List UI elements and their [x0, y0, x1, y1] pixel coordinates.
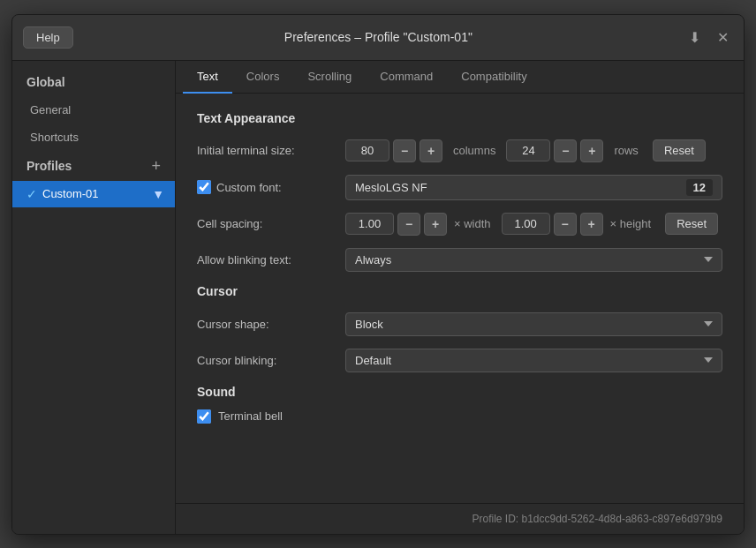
window-title: Preferences – Profile "Custom-01" [73, 30, 684, 44]
columns-decrement-button[interactable]: − [393, 139, 416, 162]
titlebar-actions: ⬇ ✕ [684, 26, 733, 48]
close-button[interactable]: ✕ [712, 26, 733, 48]
columns-unit: columns [453, 144, 495, 157]
profile-dropdown-button[interactable]: ▼ [152, 187, 164, 201]
font-size-badge: 12 [686, 179, 713, 196]
cursor-shape-select[interactable]: Block Underline I-Beam [345, 312, 722, 336]
cell-spacing-reset-button[interactable]: Reset [665, 213, 718, 235]
profile-item-left: ✓ Custom-01 [26, 187, 99, 201]
cursor-shape-row: Cursor shape: Block Underline I-Beam [197, 312, 722, 336]
sound-section-title: Sound [197, 385, 722, 399]
help-button[interactable]: Help [23, 26, 73, 49]
download-button[interactable]: ⬇ [684, 26, 705, 48]
columns-group: − + [345, 139, 442, 162]
blink-text-label: Allow blinking text: [197, 253, 338, 266]
profile-check-icon: ✓ [26, 187, 37, 201]
cell-width-increment-button[interactable]: + [424, 213, 447, 236]
terminal-size-reset-button[interactable]: Reset [653, 139, 706, 161]
terminal-bell-label: Terminal bell [218, 409, 283, 423]
cell-height-decrement-button[interactable]: − [554, 213, 577, 236]
tab-text[interactable]: Text [183, 61, 232, 94]
cell-width-unit: × width [454, 217, 491, 230]
custom-font-label[interactable]: Custom font: [197, 180, 338, 194]
tab-command[interactable]: Command [366, 61, 447, 94]
blink-text-row: Allow blinking text: Always Never Termin… [197, 248, 722, 272]
terminal-bell-row: Terminal bell [197, 409, 722, 424]
tab-colors[interactable]: Colors [232, 61, 294, 94]
tab-compatibility[interactable]: Compatibility [447, 61, 541, 94]
cell-width-group: − + × width [345, 213, 495, 236]
sidebar: Global General Shortcuts Profiles + ✓ Cu… [12, 61, 176, 534]
rows-input[interactable] [506, 139, 550, 161]
sidebar-general[interactable]: General [12, 96, 175, 124]
cursor-blink-select[interactable]: Default Always On Always Off [345, 349, 722, 372]
rows-decrement-button[interactable]: − [554, 139, 577, 162]
cursor-section-title: Cursor [197, 284, 722, 298]
add-profile-button[interactable]: + [151, 158, 161, 174]
tab-scrolling[interactable]: Scrolling [293, 61, 366, 94]
cell-height-input[interactable] [502, 213, 550, 235]
custom-font-text: Custom font: [216, 181, 282, 194]
cursor-shape-label: Cursor shape: [197, 318, 338, 331]
profile-id-text: Profile ID: b1dcc9dd-5262-4d8d-a863-c897… [472, 513, 722, 525]
terminal-bell-checkbox[interactable] [197, 409, 211, 424]
rows-increment-button[interactable]: + [580, 139, 603, 162]
rows-group: − + [506, 139, 603, 162]
preferences-window: Help Preferences – Profile "Custom-01" ⬇… [11, 14, 745, 535]
text-appearance-title: Text Appearance [197, 111, 722, 125]
sidebar-profiles-label: Profiles [26, 159, 72, 173]
cell-height-group: − + × height [502, 213, 655, 236]
sidebar-profiles-header[interactable]: Profiles + [12, 151, 175, 181]
content-area: Text Colors Scrolling Command Compatibil… [176, 61, 744, 534]
titlebar: Help Preferences – Profile "Custom-01" ⬇… [12, 15, 744, 61]
columns-input[interactable] [345, 139, 389, 161]
cursor-blink-label: Cursor blinking: [197, 354, 338, 367]
cell-height-unit: × height [610, 217, 652, 230]
cursor-blink-row: Cursor blinking: Default Always On Alway… [197, 349, 722, 372]
rows-unit: rows [614, 144, 638, 157]
cell-width-input[interactable] [345, 213, 394, 235]
font-name: MesloLGS NF [355, 181, 427, 194]
cell-spacing-label: Cell spacing: [197, 217, 338, 230]
cell-spacing-row: Cell spacing: − + × width − + × height R… [197, 213, 722, 236]
main-content: Global General Shortcuts Profiles + ✓ Cu… [12, 61, 744, 534]
custom-font-row: Custom font: MesloLGS NF 12 [197, 175, 722, 200]
profile-name: Custom-01 [42, 187, 99, 200]
cell-height-increment-button[interactable]: + [580, 213, 603, 236]
font-display[interactable]: MesloLGS NF 12 [345, 175, 722, 200]
terminal-size-row: Initial terminal size: − + columns − + r… [197, 139, 722, 162]
sidebar-global[interactable]: Global [12, 68, 175, 96]
text-panel: Text Appearance Initial terminal size: −… [176, 94, 744, 503]
columns-increment-button[interactable]: + [420, 139, 442, 162]
cell-width-decrement-button[interactable]: − [397, 213, 420, 236]
custom-font-checkbox[interactable] [197, 180, 211, 194]
sidebar-shortcuts[interactable]: Shortcuts [12, 124, 175, 151]
blink-text-select[interactable]: Always Never Terminal Setting [345, 248, 722, 272]
profile-id-bar: Profile ID: b1dcc9dd-5262-4d8d-a863-c897… [176, 503, 744, 534]
terminal-size-label: Initial terminal size: [197, 144, 338, 157]
tabs: Text Colors Scrolling Command Compatibil… [176, 61, 744, 94]
profile-item-custom01[interactable]: ✓ Custom-01 ▼ [12, 181, 175, 207]
